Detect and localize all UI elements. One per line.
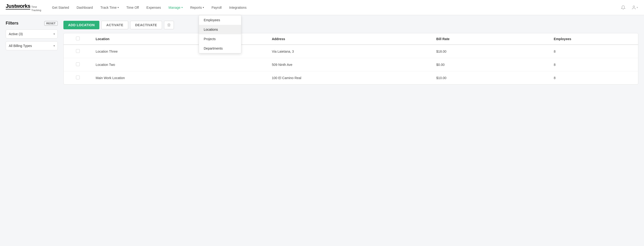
manage-chevron-icon: ▾	[182, 6, 183, 9]
col-header-address: Address	[268, 33, 432, 45]
dropdown-item-departments[interactable]: Departments	[199, 44, 241, 53]
nav-integrations[interactable]: Integrations	[226, 4, 250, 11]
dropdown-item-locations[interactable]: Locations	[199, 25, 241, 34]
row3-bill-rate: $10.00	[432, 71, 550, 85]
row2-bill-rate: $0.00	[432, 58, 550, 71]
table-body: Location Three Via Laietana, 3 $18.00 8 …	[64, 45, 638, 84]
row3-location: Main Work Location	[92, 71, 268, 85]
row1-employees: 8	[550, 45, 638, 58]
main-nav: Get Started Dashboard Track Time ▾ Time …	[49, 4, 620, 11]
svg-point-0	[633, 6, 634, 7]
nav-payroll[interactable]: Payroll	[208, 4, 225, 11]
logo-subtitle: Time Tracking	[31, 5, 41, 11]
row1-address: Via Laietana, 3	[268, 45, 432, 58]
row3-address: 100 El Camino Real	[268, 71, 432, 85]
dropdown-item-projects[interactable]: Projects	[199, 34, 241, 44]
activate-button[interactable]: ACTIVATE	[101, 21, 128, 29]
header: Justworks Time Tracking Get Started Dash…	[0, 0, 644, 15]
action-bar: ADD LOCATION ACTIVATE DEACTIVATE	[64, 21, 638, 29]
table-header: Location Address Bill Rate Employees	[64, 33, 638, 45]
nav-manage[interactable]: Manage ▾	[165, 4, 186, 11]
select-all-checkbox[interactable]	[76, 37, 80, 40]
nav-dashboard[interactable]: Dashboard	[73, 4, 96, 11]
manage-dropdown: Employees Locations Projects Departments	[199, 15, 241, 53]
filters-title: Filters	[6, 21, 18, 26]
header-checkbox-cell	[64, 33, 92, 45]
nav-expenses[interactable]: Expenses	[143, 4, 164, 11]
logo-brand: Justworks	[6, 3, 30, 9]
header-right: ▾	[620, 4, 638, 11]
status-filter-wrapper: Active (3) Inactive All ▾	[6, 29, 58, 38]
delete-button[interactable]	[164, 21, 174, 29]
row3-checkbox[interactable]	[76, 76, 80, 79]
reset-button[interactable]: RESET	[44, 21, 58, 26]
nav-reports[interactable]: Reports ▾	[187, 4, 207, 11]
row1-bill-rate: $18.00	[432, 45, 550, 58]
main-content: Filters RESET Active (3) Inactive All ▾ …	[0, 15, 644, 90]
notifications-icon[interactable]	[620, 4, 627, 11]
billing-type-filter[interactable]: All Billing Types Hourly Fixed	[6, 41, 58, 50]
locations-table-container: Location Address Bill Rate Employees Loc…	[64, 33, 638, 85]
table-row: Location Two 509 Ninth Ave $0.00 8	[64, 58, 638, 71]
row2-location: Location Two	[92, 58, 268, 71]
sidebar-filters: Filters RESET Active (3) Inactive All ▾ …	[6, 21, 58, 85]
row3-employees: 8	[550, 71, 638, 85]
nav-time-off[interactable]: Time Off	[123, 4, 142, 11]
deactivate-button[interactable]: DEACTIVATE	[130, 21, 162, 29]
row2-address: 509 Ninth Ave	[268, 58, 432, 71]
reports-chevron-icon: ▾	[203, 6, 204, 9]
track-time-chevron-icon: ▾	[118, 6, 119, 9]
row1-location: Location Three	[92, 45, 268, 58]
status-filter[interactable]: Active (3) Inactive All	[6, 29, 58, 38]
row2-employees: 8	[550, 58, 638, 71]
col-header-employees: Employees	[550, 33, 638, 45]
row3-checkbox-cell	[64, 71, 92, 85]
billing-type-filter-wrapper: All Billing Types Hourly Fixed ▾	[6, 41, 58, 50]
table-row: Location Three Via Laietana, 3 $18.00 8	[64, 45, 638, 58]
locations-table: Location Address Bill Rate Employees Loc…	[64, 33, 638, 84]
row1-checkbox-cell	[64, 45, 92, 58]
logo[interactable]: Justworks Time Tracking	[6, 3, 41, 11]
row1-checkbox[interactable]	[76, 49, 80, 53]
add-location-button[interactable]: ADD LOCATION	[64, 21, 99, 29]
col-header-bill-rate: Bill Rate	[432, 33, 550, 45]
locations-main: ADD LOCATION ACTIVATE DEACTIVATE	[64, 21, 638, 85]
filters-header: Filters RESET	[6, 21, 58, 26]
user-menu-icon[interactable]: ▾	[631, 4, 638, 11]
row2-checkbox[interactable]	[76, 62, 80, 66]
col-header-location: Location	[92, 33, 268, 45]
nav-get-started[interactable]: Get Started	[49, 4, 72, 11]
nav-track-time[interactable]: Track Time ▾	[97, 4, 122, 11]
row2-checkbox-cell	[64, 58, 92, 71]
dropdown-item-employees[interactable]: Employees	[199, 15, 241, 25]
table-row: Main Work Location 100 El Camino Real $1…	[64, 71, 638, 85]
